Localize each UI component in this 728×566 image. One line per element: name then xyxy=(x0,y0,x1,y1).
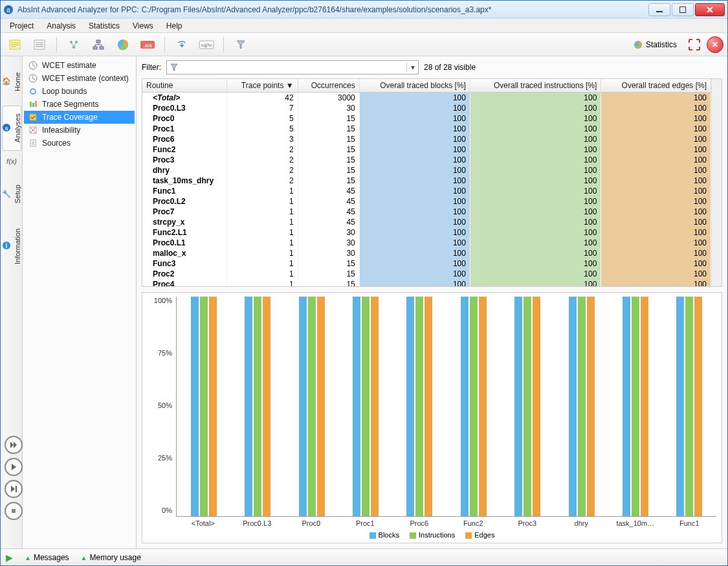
chevron-down-icon[interactable]: ▾ xyxy=(406,63,418,72)
analyses-icon: a xyxy=(2,123,11,133)
svg-rect-2 xyxy=(656,11,663,12)
xlabel: Func1 xyxy=(663,517,717,527)
bar-blocks xyxy=(569,297,577,516)
vtab-home[interactable]: 🏠Home xyxy=(2,59,21,104)
bar-instructions xyxy=(632,297,639,516)
tree-item-sources[interactable]: Sources xyxy=(24,137,135,150)
tb-a3-icon[interactable]: »a³« xyxy=(196,36,217,54)
vtab-setup[interactable]: 🔧Setup xyxy=(2,172,21,217)
tb-arrow-down-icon[interactable] xyxy=(171,36,192,54)
vtab-fx[interactable]: f(x) xyxy=(2,152,21,170)
table-row[interactable]: Proc2115100100100 xyxy=(142,269,711,279)
close-button[interactable] xyxy=(695,3,725,16)
table-row[interactable]: malloc_x130100100100 xyxy=(142,248,711,258)
run-fast-button[interactable] xyxy=(5,436,23,454)
table-row[interactable]: Proc7145100100100 xyxy=(142,207,711,217)
statistics-button[interactable]: Statistics xyxy=(628,38,682,51)
filter-bar: Filter: ▾ 28 of 28 visible xyxy=(137,56,727,78)
vtab-analyses[interactable]: aAnalyses xyxy=(2,106,21,151)
fullscreen-icon[interactable] xyxy=(686,36,703,53)
menu-analysis[interactable]: Analysis xyxy=(41,20,81,32)
table-row[interactable]: Proc6315100100100 xyxy=(142,134,711,144)
tree-item-wcet-estimate-context-[interactable]: WCET estimate (context) xyxy=(24,72,135,85)
vtab-information[interactable]: iInformation xyxy=(2,218,21,274)
maximize-button[interactable] xyxy=(672,3,694,16)
table-row[interactable]: Proc0.L1130100100100 xyxy=(142,238,711,248)
infeasibility-icon xyxy=(28,125,38,135)
bar-blocks xyxy=(406,297,414,516)
col-header[interactable]: Occurrences xyxy=(298,79,359,93)
table-row[interactable]: task_10ms_dhry215100100100 xyxy=(142,175,711,186)
table-row[interactable]: Proc4115100100100 xyxy=(142,279,711,286)
table-row[interactable]: Proc3215100100100 xyxy=(142,155,711,165)
xlabel: task_10m… xyxy=(608,517,663,527)
table-row[interactable]: Proc0.L2145100100100 xyxy=(142,196,711,207)
bar-edges xyxy=(371,297,379,516)
stop-button[interactable] xyxy=(5,502,23,520)
tb-hierarchy-icon[interactable] xyxy=(88,36,109,54)
table-row[interactable]: Proc1515100100100 xyxy=(142,124,711,134)
bar-instructions xyxy=(685,297,693,516)
col-header[interactable]: Overall traced instructions [%] xyxy=(470,79,601,93)
tb-ais-icon[interactable]: .ais xyxy=(137,36,158,54)
chart-yaxis: 100% 75% 50% 25% 0% xyxy=(148,297,176,527)
menu-views[interactable]: Views xyxy=(127,20,159,32)
table-row[interactable]: Func1145100100100 xyxy=(142,186,711,196)
bar-group xyxy=(608,297,662,516)
filter-input[interactable] xyxy=(181,63,406,72)
tb-notes-icon[interactable] xyxy=(5,36,25,54)
toolbar-separator xyxy=(56,37,57,52)
tree-item-infeasibility[interactable]: Infeasibility xyxy=(24,124,135,137)
table-scrollbar[interactable] xyxy=(711,79,722,286)
bar-edges xyxy=(587,297,595,516)
svg-rect-28 xyxy=(16,486,17,492)
side-tree: WCET estimateWCET estimate (context)Loop… xyxy=(23,56,137,549)
svg-rect-3 xyxy=(679,6,686,13)
bar-instructions xyxy=(254,297,261,516)
table-row[interactable]: <Total>423000100100100 xyxy=(142,93,711,104)
col-header[interactable]: Overall traced edges [%] xyxy=(601,79,711,93)
bar-edges xyxy=(694,297,702,516)
clock-icon xyxy=(28,60,38,71)
bar-group xyxy=(447,297,500,516)
col-header[interactable]: Routine xyxy=(142,79,226,93)
menu-statistics[interactable]: Statistics xyxy=(83,20,125,32)
table-row[interactable]: Func2.L1130100100100 xyxy=(142,227,711,238)
col-header[interactable]: Overall traced blocks [%] xyxy=(359,79,470,93)
xlabel: Proc3 xyxy=(500,517,555,527)
tb-graph-icon[interactable] xyxy=(63,36,84,54)
bar-blocks xyxy=(245,297,252,516)
menu-project[interactable]: Project xyxy=(5,20,39,32)
menu-help[interactable]: Help xyxy=(161,20,188,32)
funnel-icon xyxy=(167,63,181,72)
tree-item-label: Trace Segments xyxy=(42,100,99,109)
tree-item-wcet-estimate[interactable]: WCET estimate xyxy=(24,59,135,72)
filter-combo[interactable]: ▾ xyxy=(166,60,419,74)
table-row[interactable]: strcpy_x145100100100 xyxy=(142,217,711,227)
tb-pie-icon[interactable] xyxy=(113,36,133,54)
close-panel-button[interactable]: ✕ xyxy=(707,36,723,53)
tb-funnel-icon[interactable] xyxy=(230,36,251,54)
step-button[interactable] xyxy=(5,480,23,498)
table-row[interactable]: Proc0515100100100 xyxy=(142,113,711,124)
col-header[interactable]: Trace points ▼ xyxy=(226,79,298,93)
xlabel: Proc6 xyxy=(392,517,447,527)
tree-item-loop-bounds[interactable]: Loop bounds xyxy=(24,85,135,98)
play-icon[interactable]: ▶ xyxy=(6,552,13,563)
status-memory[interactable]: ▲Memory usage xyxy=(81,553,141,562)
home-icon: 🏠 xyxy=(2,78,11,86)
bar-edges xyxy=(263,297,270,516)
tree-item-trace-segments[interactable]: Trace Segments xyxy=(24,98,135,111)
table-row[interactable]: Func3115100100100 xyxy=(142,258,711,269)
run-button[interactable] xyxy=(5,458,23,476)
svg-text:.ais: .ais xyxy=(143,42,153,49)
tb-list-icon[interactable] xyxy=(29,36,50,54)
status-messages[interactable]: ▲Messages xyxy=(25,553,69,562)
filter-status: 28 of 28 visible xyxy=(424,63,476,72)
table-row[interactable]: Proc0.L3730100100100 xyxy=(142,103,711,113)
minimize-button[interactable] xyxy=(648,3,670,16)
table-row[interactable]: dhry215100100100 xyxy=(142,165,711,175)
bar-edges xyxy=(641,297,648,516)
tree-item-trace-coverage[interactable]: Trace Coverage xyxy=(24,111,135,124)
table-row[interactable]: Func2215100100100 xyxy=(142,144,711,155)
